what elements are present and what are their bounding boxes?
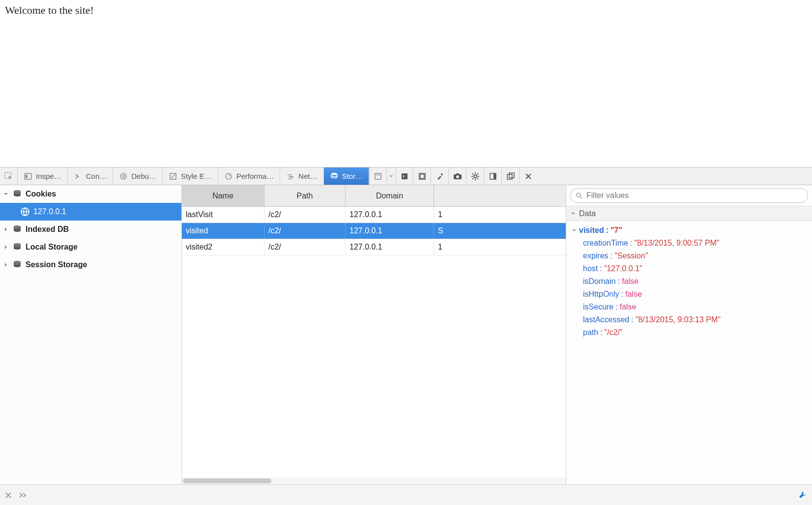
property-key: creationTime	[583, 239, 628, 248]
tree-session-storage-label: Session Storage	[26, 260, 87, 269]
property-value: "8/13/2015, 9:03:13 PM"	[636, 315, 721, 324]
storage-table: Name Path Domain lastVisit/c2/127.0.0.11…	[182, 185, 566, 484]
tree-session-storage[interactable]: Session Storage	[0, 256, 181, 274]
table-row[interactable]: lastVisit/c2/127.0.0.11	[182, 207, 566, 223]
table-cell-domain: 127.0.0.1	[346, 223, 434, 239]
property-key: isHttpOnly	[583, 290, 619, 299]
svg-rect-16	[402, 173, 407, 179]
search-icon	[576, 192, 582, 199]
tab-style-editor[interactable]: Style E…	[163, 168, 218, 185]
svg-rect-12	[375, 173, 381, 179]
table-row[interactable]: visited/c2/127.0.0.1S	[182, 223, 566, 239]
svg-line-31	[472, 178, 473, 179]
table-cell-name: lastVisit	[182, 207, 264, 223]
console-close-button[interactable]	[5, 492, 12, 499]
tab-console[interactable]: Con…	[68, 168, 114, 185]
svg-point-21	[456, 175, 459, 178]
svg-point-3	[120, 173, 126, 179]
svg-point-15	[379, 174, 380, 175]
tab-storage[interactable]: Stor…	[324, 168, 370, 185]
dock-side-button[interactable]	[484, 168, 502, 185]
console-chevrons-icon[interactable]	[19, 492, 29, 499]
property-key: path	[583, 328, 598, 337]
twisty-right-icon	[3, 262, 9, 268]
table-cell-domain: 127.0.0.1	[346, 207, 434, 223]
sidebar-section-data[interactable]: Data	[566, 206, 812, 221]
database-icon	[12, 225, 23, 234]
filter-values-field[interactable]	[570, 188, 808, 203]
table-cell-path: /c2/	[264, 207, 346, 223]
network-icon	[286, 172, 295, 181]
property-row: path: "/c2/"	[571, 326, 808, 339]
pick-element-button[interactable]	[0, 168, 18, 185]
storage-icon	[330, 172, 339, 181]
tree-local-storage[interactable]: Local Storage	[0, 238, 181, 256]
close-devtools-button[interactable]	[520, 168, 537, 185]
table-cell-path: /c2/	[264, 239, 346, 255]
detach-window-button[interactable]	[502, 168, 520, 185]
page-body-text: Welcome to the site!	[5, 4, 94, 16]
tab-performance[interactable]: Performa…	[218, 168, 281, 185]
svg-point-13	[376, 174, 377, 175]
tab-storage-label: Stor…	[342, 172, 363, 180]
filter-values-input[interactable]	[585, 191, 803, 200]
property-key: expires	[583, 252, 609, 260]
twisty-right-icon	[3, 226, 9, 232]
table-row[interactable]: visited2/c2/127.0.0.11	[182, 239, 566, 255]
console-wrench-button[interactable]	[798, 491, 807, 500]
property-row: isDomain: false	[571, 275, 808, 288]
sidebar-entry-head[interactable]: visited: "7"	[571, 224, 808, 237]
svg-rect-5	[124, 175, 125, 178]
horizontal-scrollbar[interactable]	[182, 477, 566, 484]
sidebar-properties: visited: "7" creationTime: "8/13/2015, 9…	[566, 221, 812, 484]
svg-point-19	[441, 173, 443, 175]
tree-cookies-host[interactable]: 127.0.0.1	[0, 203, 181, 221]
svg-point-14	[377, 174, 378, 175]
tree-indexed-db[interactable]: Indexed DB	[0, 221, 181, 238]
property-row: lastAccessed: "8/13/2015, 9:03:13 PM"	[571, 313, 808, 326]
property-row: creationTime: "8/13/2015, 9:00:57 PM"	[571, 237, 808, 250]
table-cell-domain: 127.0.0.1	[346, 239, 434, 255]
th-extra[interactable]	[434, 185, 566, 206]
split-console-button[interactable]	[396, 168, 413, 185]
toolbar-extra-button-1[interactable]	[369, 168, 387, 185]
sidebar-section-label: Data	[579, 209, 596, 218]
scrollbar-thumb[interactable]	[183, 478, 271, 483]
database-icon	[12, 190, 23, 198]
database-icon	[12, 243, 23, 252]
screenshot-button[interactable]	[449, 168, 466, 185]
svg-point-23	[474, 175, 477, 178]
property-value: "/c2/"	[605, 328, 623, 337]
table-cell-path: /c2/	[264, 223, 346, 239]
tree-local-storage-label: Local Storage	[26, 243, 78, 252]
property-row: expires: "Session"	[571, 250, 808, 262]
globe-icon	[20, 207, 30, 216]
property-key: lastAccessed	[583, 315, 629, 324]
responsive-design-button[interactable]	[413, 168, 431, 185]
tree-cookies[interactable]: Cookies	[0, 185, 181, 203]
th-path[interactable]: Path	[264, 185, 346, 206]
table-cell-name: visited2	[182, 239, 264, 255]
split-console-footer	[0, 484, 812, 505]
th-name[interactable]: Name	[182, 185, 264, 206]
svg-rect-34	[507, 174, 512, 179]
toolbar-dropdown-caret[interactable]	[387, 168, 396, 185]
settings-button[interactable]	[466, 168, 484, 185]
twisty-down-icon	[570, 211, 576, 217]
tree-cookies-label: Cookies	[26, 190, 56, 198]
inspector-icon	[24, 172, 32, 181]
svg-point-42	[14, 225, 21, 228]
tab-debugger[interactable]: Debu…	[113, 168, 163, 185]
tab-network[interactable]: Net…	[280, 168, 323, 185]
th-domain[interactable]: Domain	[346, 185, 434, 206]
tab-inspector[interactable]: Inspe…	[18, 168, 68, 185]
twisty-down-icon	[571, 227, 577, 233]
details-sidebar: Data visited: "7" creationTime: "8/13/20…	[566, 185, 812, 484]
property-row: isHttpOnly: false	[571, 288, 808, 301]
twisty-down-icon	[3, 191, 9, 197]
tab-debugger-label: Debu…	[131, 172, 156, 180]
svg-rect-33	[493, 173, 496, 179]
eyedropper-button[interactable]	[431, 168, 449, 185]
tab-console-label: Con…	[86, 172, 107, 180]
property-value: "8/13/2015, 9:00:57 PM"	[634, 239, 719, 248]
